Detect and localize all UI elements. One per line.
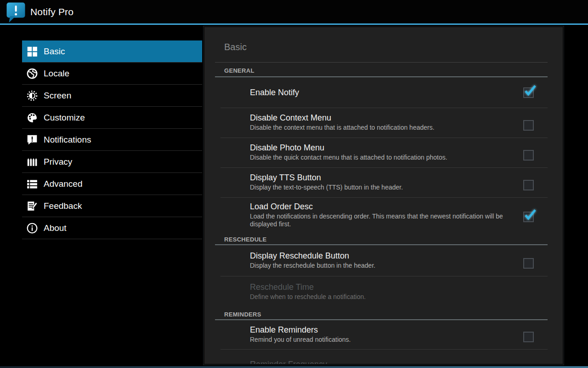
pref-text: Enable RemindersRemind you of unread not… bbox=[250, 325, 435, 344]
sidebar-item-basic[interactable]: Basic bbox=[22, 40, 202, 63]
sidebar-item-about[interactable]: About bbox=[22, 217, 202, 239]
pref-summary: Display the text-to-speech (TTS) button … bbox=[250, 184, 461, 191]
sidebar-item-label: About bbox=[44, 223, 67, 233]
checkbox-box bbox=[523, 150, 534, 161]
checkbox-box bbox=[523, 258, 534, 269]
sidebar-item-label: Customize bbox=[44, 113, 85, 123]
pref-row-enable-reminders[interactable]: Enable RemindersRemind you of unread not… bbox=[204, 320, 563, 349]
checkbox-box bbox=[523, 120, 534, 131]
checkbox-unchecked[interactable] bbox=[523, 120, 534, 131]
checkbox-unchecked[interactable] bbox=[523, 258, 534, 269]
sidebar-item-label: Notifications bbox=[44, 135, 91, 145]
pref-text: Enable Notify bbox=[250, 87, 409, 98]
pref-text: Display Reschedule ButtonDisplay the res… bbox=[250, 251, 447, 270]
checkbox-checked[interactable] bbox=[523, 212, 534, 222]
preferences-panel: Basic GENERALEnable NotifyDisable Contex… bbox=[204, 26, 564, 365]
pref-text: Disable Context MenuDisable the context … bbox=[250, 113, 476, 132]
pref-title: Enable Reminders bbox=[250, 325, 435, 335]
notify-app-icon bbox=[6, 2, 26, 23]
sidebar-item-notifications[interactable]: Notifications bbox=[22, 129, 202, 151]
info-icon bbox=[26, 222, 38, 234]
sidebar-item-label: Privacy bbox=[44, 157, 72, 167]
pref-summary: Define when to reschedule a notification… bbox=[250, 293, 447, 301]
sidebar-item-advanced[interactable]: Advanced bbox=[22, 173, 202, 195]
app-title: Notify Pro bbox=[30, 6, 74, 17]
grid-icon bbox=[26, 46, 38, 58]
sidebar-item-customize[interactable]: Customize bbox=[22, 107, 202, 129]
checkbox-unchecked[interactable] bbox=[523, 150, 534, 161]
pref-row-load-order-desc[interactable]: Load Order DescLoad the notifications in… bbox=[204, 198, 563, 232]
pref-title: Reschedule Time bbox=[250, 282, 447, 292]
actionbar-accent-divider bbox=[0, 23, 588, 25]
pref-text: Display TTS ButtonDisplay the text-to-sp… bbox=[250, 172, 461, 191]
fence-icon bbox=[26, 156, 38, 168]
checkbox-unchecked[interactable] bbox=[523, 332, 534, 342]
checkbox-unchecked[interactable] bbox=[523, 180, 534, 190]
settings-header-list: BasicLocaleScreenCustomizeNotificationsP… bbox=[22, 40, 202, 239]
sidebar-item-label: Screen bbox=[44, 91, 71, 101]
brightness-icon bbox=[26, 90, 38, 102]
pref-summary: Display the reschedule button in the hea… bbox=[250, 262, 447, 270]
globe-icon bbox=[26, 68, 38, 80]
checkbox-box bbox=[523, 180, 534, 190]
pref-title: Reminder Frequency bbox=[250, 359, 428, 365]
screen: Notify Pro BasicLocaleScreenCustomizeNot… bbox=[0, 0, 588, 368]
panel-title: Basic bbox=[224, 42, 247, 52]
pref-row-reminder-frequency: Reminder Frequency bbox=[204, 350, 563, 365]
section-header-reminders: REMINDERS bbox=[204, 307, 563, 319]
pref-row-reschedule-time: Reschedule TimeDefine when to reschedule… bbox=[204, 276, 563, 307]
list-rows-icon bbox=[26, 178, 38, 190]
speech-bubble-icon bbox=[26, 134, 38, 146]
panel-title-block: Basic bbox=[204, 27, 563, 62]
pref-title: Disable Context Menu bbox=[250, 113, 476, 123]
section-header-general: GENERAL bbox=[204, 63, 563, 76]
checkbox-box bbox=[523, 332, 534, 342]
section-header-label: REMINDERS bbox=[224, 311, 261, 318]
pref-title: Display Reschedule Button bbox=[250, 251, 447, 261]
section-header-reschedule: RESCHEDULE bbox=[204, 232, 563, 244]
pref-summary: Disable the context menu that is attache… bbox=[250, 124, 476, 132]
pref-text: Reschedule TimeDefine when to reschedule… bbox=[250, 282, 447, 301]
pref-title: Display TTS Button bbox=[250, 172, 461, 183]
bottom-edge-glow bbox=[0, 366, 588, 368]
check-icon bbox=[523, 83, 537, 97]
pref-title: Disable Photo Menu bbox=[250, 143, 483, 153]
sidebar-item-label: Basic bbox=[44, 46, 65, 57]
pref-text: Load Order DescLoad the notifications in… bbox=[250, 201, 514, 228]
pref-summary: Disable the quick contact menu that is a… bbox=[250, 154, 483, 161]
preference-list: GENERALEnable NotifyDisable Context Menu… bbox=[204, 63, 563, 365]
sidebar-item-screen[interactable]: Screen bbox=[22, 85, 202, 107]
pref-row-enable-notify[interactable]: Enable Notify bbox=[204, 77, 563, 108]
pref-summary: Remind you of unread notifications. bbox=[250, 336, 435, 344]
sidebar-item-feedback[interactable]: Feedback bbox=[22, 195, 202, 217]
pref-row-disable-photo-menu[interactable]: Disable Photo MenuDisable the quick cont… bbox=[204, 138, 563, 167]
sidebar-item-label: Advanced bbox=[44, 179, 83, 189]
section-header-label: RESCHEDULE bbox=[224, 236, 267, 243]
sidebar-item-label: Feedback bbox=[44, 201, 82, 211]
pref-summary: Load the notifications in descending ord… bbox=[250, 213, 514, 228]
pref-row-display-tts-button[interactable]: Display TTS ButtonDisplay the text-to-sp… bbox=[204, 168, 563, 197]
sidebar-item-privacy[interactable]: Privacy bbox=[22, 151, 202, 173]
pref-title: Load Order Desc bbox=[250, 201, 514, 212]
pref-row-disable-context-menu[interactable]: Disable Context MenuDisable the context … bbox=[204, 108, 563, 138]
pref-title: Enable Notify bbox=[250, 87, 409, 98]
action-bar: Notify Pro bbox=[0, 0, 588, 23]
sidebar-item-label: Locale bbox=[44, 69, 69, 79]
section-header-label: GENERAL bbox=[224, 67, 254, 74]
pref-text: Reminder Frequency bbox=[250, 359, 428, 365]
checkbox-checked[interactable] bbox=[523, 87, 534, 98]
edit-note-icon bbox=[26, 200, 38, 212]
pref-text: Disable Photo MenuDisable the quick cont… bbox=[250, 143, 483, 161]
pref-row-display-reschedule-button[interactable]: Display Reschedule ButtonDisplay the res… bbox=[204, 245, 563, 276]
sidebar-item-locale[interactable]: Locale bbox=[22, 63, 202, 85]
check-icon bbox=[523, 207, 537, 221]
palette-icon bbox=[26, 112, 38, 124]
